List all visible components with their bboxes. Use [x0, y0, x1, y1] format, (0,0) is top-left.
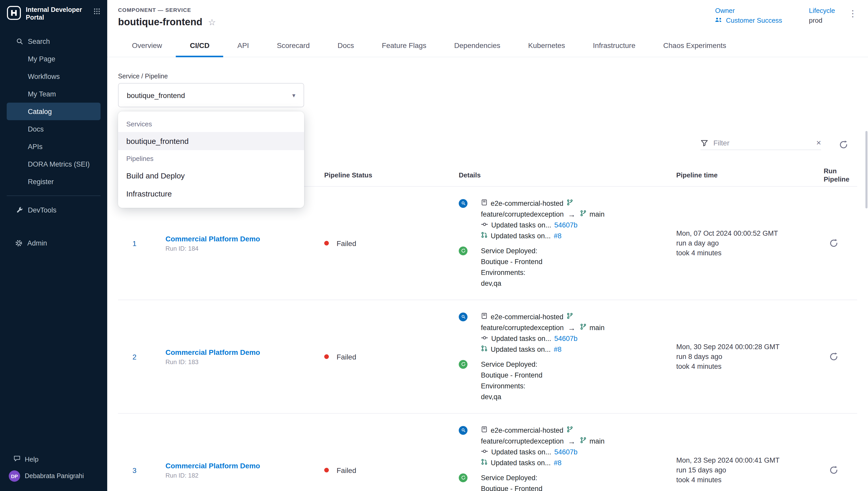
ci-module-icon: [459, 426, 467, 435]
cd-line: dev,qa: [481, 279, 501, 287]
people-icon: [715, 17, 723, 24]
clear-filter-icon[interactable]: ×: [816, 139, 821, 147]
user-menu[interactable]: DP Debabrata Panigrahi: [7, 467, 100, 485]
pipeline-name-link[interactable]: Commercial Platform Demo: [165, 234, 324, 243]
pipeline-select[interactable]: boutique_frontend ▾: [118, 83, 304, 107]
owner-link[interactable]: Customer Success: [715, 17, 782, 24]
tab-ci-cd[interactable]: CI/CD: [176, 34, 223, 57]
commit-icon: [481, 334, 488, 343]
commit-icon: [481, 447, 488, 456]
sidebar-item-catalog[interactable]: Catalog: [7, 103, 100, 120]
pull-request-icon: [481, 232, 488, 240]
git-branch-icon: [580, 210, 586, 218]
sidebar-item-my-team[interactable]: My Team: [7, 85, 100, 103]
dropdown-group-services: Services: [118, 116, 304, 132]
tab-infrastructure[interactable]: Infrastructure: [579, 34, 649, 57]
favorite-star-icon[interactable]: ☆: [208, 18, 216, 27]
sidebar-item-label: Search: [28, 37, 50, 45]
entity-tabs: Overview CI/CD API Scorecard Docs Featur…: [107, 34, 868, 57]
sidebar-footer: Help DP Debabrata Panigrahi: [0, 451, 107, 491]
more-menu-icon[interactable]: ⋮: [848, 8, 857, 19]
git-branch-icon: [566, 313, 573, 321]
tab-dependencies[interactable]: Dependencies: [440, 34, 514, 57]
dropdown-option-boutique-frontend[interactable]: boutique_frontend: [118, 132, 304, 150]
sidebar-item-register[interactable]: Register: [7, 173, 100, 190]
cd-line: Service Deployed:: [481, 247, 537, 255]
time-line: took 4 minutes: [676, 248, 824, 258]
ci-details: e2e-commercial-hosted feature/corruptede…: [459, 198, 676, 241]
run-number-link[interactable]: 1: [132, 239, 136, 247]
source-branch: feature/corruptedexception: [481, 437, 564, 445]
pipeline-details: e2e-commercial-hosted feature/corruptede…: [459, 198, 676, 289]
sidebar-item-search[interactable]: Search: [7, 32, 100, 50]
run-pipeline-button[interactable]: [829, 238, 839, 248]
commit-sha-link[interactable]: 54607b: [554, 221, 578, 229]
run-number-link[interactable]: 3: [132, 466, 136, 474]
table-row: 2 Commercial Platform Demo Run ID: 183 F…: [118, 300, 857, 414]
arrow-right-icon: →: [567, 323, 577, 332]
lifecycle-label: Lifecycle: [809, 7, 835, 15]
dropdown-option-infrastructure[interactable]: Infrastructure: [118, 185, 304, 203]
tab-kubernetes[interactable]: Kubernetes: [514, 34, 579, 57]
sidebar-item-workflows[interactable]: Workflows: [7, 67, 100, 85]
sidebar-item-docs[interactable]: Docs: [7, 120, 100, 138]
wrench-icon: [16, 206, 23, 213]
pull-request-icon: [481, 345, 488, 353]
commit-sha-link[interactable]: 54607b: [554, 448, 578, 456]
pipeline-select-value: boutique_frontend: [127, 91, 185, 99]
run-pipeline-button[interactable]: [829, 352, 839, 362]
sidebar-item-apis[interactable]: APIs: [7, 138, 100, 155]
sidebar-divider: [7, 196, 100, 196]
ci-details: e2e-commercial-hosted feature/corruptede…: [459, 425, 676, 468]
commit-sha-link[interactable]: 54607b: [554, 335, 578, 342]
refresh-table-button[interactable]: [839, 140, 848, 149]
tab-feature-flags[interactable]: Feature Flags: [368, 34, 440, 57]
run-pipeline-button[interactable]: [829, 465, 839, 475]
app-title-line1: Internal Developer: [26, 6, 89, 14]
sidebar-nav: Search My Page Workflows My Team Catalog…: [0, 32, 107, 252]
arrow-right-icon: →: [567, 210, 577, 219]
sidebar-item-my-page[interactable]: My Page: [7, 50, 100, 67]
pr-message: Updated tasks on...: [491, 345, 551, 353]
pipeline-name-link[interactable]: Commercial Platform Demo: [165, 348, 324, 356]
help-button[interactable]: Help: [7, 451, 100, 467]
cd-details: Service Deployed: Boutique - Frontend En…: [459, 472, 676, 491]
sidebar-item-admin[interactable]: Admin: [7, 234, 100, 252]
chevron-down-icon: ▾: [292, 91, 296, 99]
tab-api[interactable]: API: [223, 34, 263, 57]
dropdown-option-build-and-deploy[interactable]: Build and Deploy: [118, 167, 304, 185]
pr-number-link[interactable]: #8: [554, 459, 562, 466]
status-failed-dot: [324, 241, 329, 246]
pipeline-time: Mon, 23 Sep 2024 00:00:41 GMT run 15 day…: [676, 455, 824, 485]
status-failed-dot: [324, 468, 329, 472]
time-line: took 4 minutes: [676, 475, 824, 485]
cd-module-icon: [459, 473, 467, 482]
cd-line: Boutique - Frontend: [481, 371, 542, 379]
run-id: Run ID: 184: [165, 245, 324, 252]
pr-number-link[interactable]: #8: [554, 345, 562, 353]
pr-number-link[interactable]: #8: [554, 232, 562, 239]
run-number-link[interactable]: 2: [132, 352, 136, 361]
tab-docs[interactable]: Docs: [324, 34, 368, 57]
pipeline-name-link[interactable]: Commercial Platform Demo: [165, 461, 324, 470]
commit-message: Updated tasks on...: [491, 448, 551, 456]
pipeline-status: Failed: [324, 352, 459, 361]
filter-input[interactable]: [713, 139, 811, 147]
pipeline-time: Mon, 30 Sep 2024 00:00:28 GMT run 8 days…: [676, 342, 824, 371]
th-pipeline-time: Pipeline time: [676, 171, 824, 179]
entity-header: COMPONENT — SERVICE boutique-frontend ☆ …: [107, 0, 868, 28]
user-name: Debabrata Panigrahi: [25, 472, 84, 480]
run-id: Run ID: 183: [165, 358, 324, 366]
sidebar-item-devtools[interactable]: DevTools: [7, 201, 100, 219]
tab-chaos-experiments[interactable]: Chaos Experiments: [649, 34, 740, 57]
tab-overview[interactable]: Overview: [118, 34, 176, 57]
repo-name: e2e-commercial-hosted: [491, 313, 563, 321]
scrollbar-thumb[interactable]: [865, 131, 867, 208]
apps-grid-icon[interactable]: [93, 8, 100, 17]
tab-scorecard[interactable]: Scorecard: [263, 34, 324, 57]
sidebar-item-dora-metrics[interactable]: DORA Metrics (SEI): [7, 155, 100, 173]
cd-details: Service Deployed: Boutique - Frontend En…: [459, 245, 676, 289]
sidebar: Internal Developer Portal Search My Page…: [0, 0, 107, 491]
pipeline-picker-label: Service / Pipeline: [118, 73, 857, 80]
pipeline-time: Mon, 07 Oct 2024 00:00:52 GMT run a day …: [676, 229, 824, 258]
